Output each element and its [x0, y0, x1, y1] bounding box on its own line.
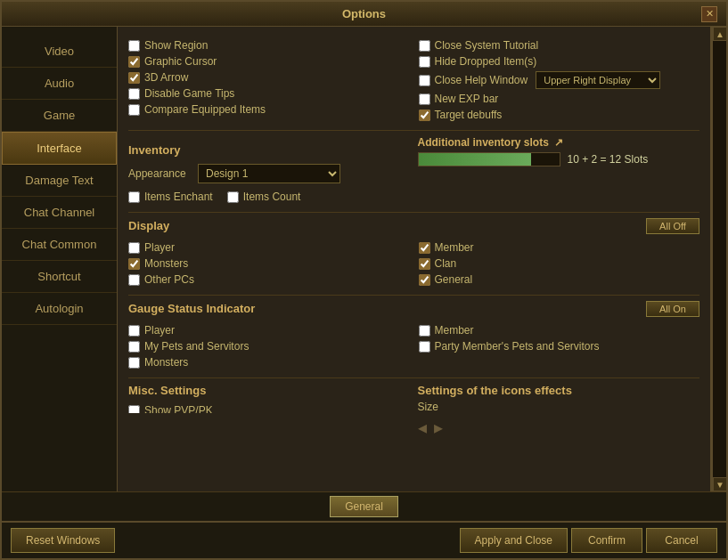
display-checks: Player Monsters Other PCs — [128, 238, 699, 289]
gauge-checks: Player My Pets and Servitors Monsters — [128, 321, 699, 372]
inventory-section: Inventory Appearance Design 1 Design 2 D… — [128, 136, 699, 207]
inventory-left: Inventory Appearance Design 1 Design 2 D… — [128, 136, 411, 207]
scroll-up-button[interactable]: ▲ — [713, 27, 726, 41]
sidebar-item-audio[interactable]: Audio — [2, 68, 117, 100]
check-disp-general: General — [419, 273, 700, 286]
check-gs-monsters: Monsters — [128, 356, 410, 369]
general-checks-right: Close System Tutorial Hide Dropped Item(… — [419, 36, 700, 125]
check-close-help: Close Help Window Upper Right Display Up… — [419, 71, 700, 89]
options-dialog: Options ✕ Video Audio Game Interface Dam… — [0, 0, 728, 560]
general-checks-left: Show Region Graphic Cursor 3D Arrow Disa… — [128, 36, 410, 125]
scroll-down-button[interactable]: ▼ — [713, 477, 726, 491]
check-3d-arrow: 3D Arrow — [128, 71, 410, 84]
icon-effects-right: Settings of the icons effects Size ◂ ▸ — [418, 384, 700, 438]
slots-bar-fill — [419, 153, 531, 166]
cancel-button[interactable]: Cancel — [646, 528, 717, 553]
gauge-right: Member Party Member's Pets and Servitors — [419, 321, 700, 372]
icon-arrow-left: ◂ — [418, 417, 427, 438]
scroll-track — [713, 41, 726, 477]
slots-bar — [418, 152, 560, 166]
scroll-sidebar: ▲ ▼ — [712, 27, 726, 491]
sidebar-item-chat-channel[interactable]: Chat Channel — [2, 197, 117, 229]
dialog-title: Options — [27, 7, 701, 20]
show-pvp-row: Show PVP/PK — [128, 401, 411, 413]
misc-header: Misc. Settings — [128, 384, 411, 397]
display-right: Member Clan General — [419, 238, 700, 289]
close-button[interactable]: ✕ — [701, 6, 717, 22]
inventory-header: Inventory — [128, 143, 411, 158]
check-disable-tips: Disable Game Tips — [128, 87, 410, 100]
check-disp-monsters: Monsters — [128, 257, 410, 270]
check-items-count: Items Count — [227, 191, 301, 203]
sidebar-item-chat-common[interactable]: Chat Common — [2, 229, 117, 261]
sidebar-item-video[interactable]: Video — [2, 36, 117, 68]
sidebar-item-damage-text[interactable]: Damage Text — [2, 165, 117, 197]
gauge-header: Gauge Status Indicator — [128, 302, 255, 317]
slots-bar-row: 10 + 2 = 12 Slots — [418, 152, 700, 166]
appearance-dropdown[interactable]: Design 1 Design 2 Design 3 — [198, 164, 340, 183]
reset-windows-button[interactable]: Reset Windows — [11, 528, 115, 553]
general-checks: Show Region Graphic Cursor 3D Arrow Disa… — [128, 36, 699, 125]
display-header: Display — [128, 219, 169, 234]
all-off-button[interactable]: All Off — [646, 218, 699, 234]
icon-effects-header: Settings of the icons effects — [418, 384, 700, 397]
sidebar-item-autologin[interactable]: Autologin — [2, 293, 117, 325]
check-compare-equipped: Compare Equipped Items — [128, 103, 410, 116]
gauge-header-row: Gauge Status Indicator All On — [128, 301, 699, 317]
check-items-enchant: Items Enchant — [128, 191, 213, 203]
check-show-region: Show Region — [128, 39, 410, 52]
decorative-icons: ◂ ▸ — [418, 417, 700, 438]
apply-close-button[interactable]: Apply and Close — [460, 528, 568, 553]
check-gs-party-pets: Party Member's Pets and Servitors — [419, 340, 700, 353]
footer-right: Apply and Close Confirm Cancel — [460, 528, 717, 553]
tab-general[interactable]: General — [330, 496, 398, 517]
all-on-button[interactable]: All On — [646, 301, 699, 317]
sidebar-item-interface[interactable]: Interface — [2, 132, 117, 165]
misc-left: Misc. Settings Show PVP/PK — [128, 384, 411, 438]
footer: Reset Windows Apply and Close Confirm Ca… — [2, 521, 726, 558]
display-left: Player Monsters Other PCs — [128, 238, 410, 289]
title-bar: Options ✕ — [2, 2, 726, 27]
gauge-status-section: Gauge Status Indicator All On Player My … — [128, 301, 699, 372]
check-gs-member: Member — [419, 324, 700, 337]
help-window-dropdown[interactable]: Upper Right Display Upper Left Display L… — [536, 71, 660, 89]
check-gs-player: Player — [128, 324, 410, 337]
check-disp-player: Player — [128, 241, 410, 254]
check-graphic-cursor: Graphic Cursor — [128, 55, 410, 68]
sidebar-item-game[interactable]: Game — [2, 100, 117, 132]
check-disp-clan: Clan — [419, 257, 700, 270]
slot-count: 10 + 2 = 12 Slots — [568, 153, 649, 166]
check-gs-pets: My Pets and Servitors — [128, 340, 410, 353]
check-new-exp: New EXP bar — [419, 93, 700, 105]
check-target-debuffs: Target debuffs — [419, 109, 700, 121]
icon-arrow-right: ▸ — [434, 417, 443, 438]
bottom-tabs: General — [2, 491, 726, 521]
sidebar-item-shortcut[interactable]: Shortcut — [2, 261, 117, 293]
gauge-left: Player My Pets and Servitors Monsters — [128, 321, 410, 372]
display-header-row: Display All Off — [128, 218, 699, 234]
appearance-row: Appearance Design 1 Design 2 Design 3 — [128, 164, 411, 183]
check-hide-dropped: Hide Dropped Item(s) — [419, 55, 700, 68]
check-close-tutorial: Close System Tutorial — [419, 39, 700, 52]
main-content: Video Audio Game Interface Damage Text C… — [2, 27, 726, 491]
additional-slots-header: Additional inventory slots ↗ — [418, 136, 700, 149]
size-label: Size — [418, 401, 438, 413]
sidebar: Video Audio Game Interface Damage Text C… — [2, 27, 118, 491]
check-disp-member: Member — [419, 241, 700, 254]
inventory-right: Additional inventory slots ↗ 10 + 2 = 12… — [418, 136, 700, 207]
display-section: Display All Off Player Monsters — [128, 218, 699, 289]
confirm-button[interactable]: Confirm — [571, 528, 642, 553]
settings-panel: Show Region Graphic Cursor 3D Arrow Disa… — [118, 27, 712, 491]
misc-icon-section: Misc. Settings Show PVP/PK Settings of t… — [128, 384, 699, 438]
check-disp-other-pcs: Other PCs — [128, 273, 410, 286]
